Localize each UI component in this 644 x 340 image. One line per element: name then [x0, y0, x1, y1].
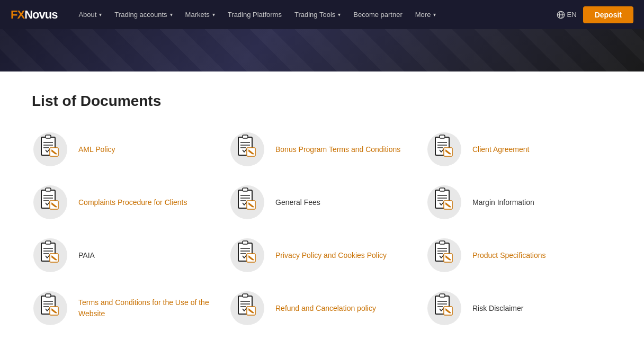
- doc-icon-general-fees: [229, 184, 266, 221]
- documents-grid: AML Policy Bonus Program Terms and Condi…: [32, 131, 612, 327]
- doc-label-complaints: Complaints Procedure for Clients: [78, 197, 187, 208]
- doc-icon-terms: [32, 290, 69, 327]
- doc-label-aml: AML Policy: [78, 144, 115, 155]
- logo[interactable]: FXNovus: [11, 8, 57, 22]
- svg-rect-77: [440, 241, 445, 244]
- doc-aml-policy[interactable]: AML Policy: [32, 131, 218, 168]
- doc-icon-refund: [229, 290, 266, 327]
- nav-links: About ▾ Trading accounts ▾ Markets ▾ Tra…: [73, 7, 556, 22]
- doc-icon-risk: [426, 290, 463, 327]
- doc-icon-complaints: [32, 184, 69, 221]
- doc-label-privacy: Privacy Policy and Cookies Policy: [275, 250, 387, 261]
- doc-icon-product-specs: [426, 237, 463, 274]
- svg-rect-50: [440, 188, 445, 191]
- doc-general-fees[interactable]: General Fees: [229, 184, 415, 221]
- doc-client-agreement[interactable]: Client Agreement: [426, 131, 612, 168]
- svg-rect-41: [243, 188, 248, 191]
- doc-label-general-fees: General Fees: [275, 197, 320, 208]
- doc-bonus-program[interactable]: Bonus Program Terms and Conditions: [229, 131, 415, 168]
- logo-novus-text: Novus: [24, 8, 57, 21]
- doc-label-client-agreement: Client Agreement: [472, 144, 529, 155]
- logo-fx-text: FX: [11, 8, 24, 21]
- more-arrow: ▾: [433, 12, 436, 17]
- svg-rect-59: [46, 241, 51, 244]
- doc-privacy-policy[interactable]: Privacy Policy and Cookies Policy: [229, 237, 415, 274]
- doc-icon-client-agreement: [426, 131, 463, 168]
- doc-label-terms: Terms and Conditions for the Use of the …: [78, 297, 218, 319]
- doc-icon-margin-info: [426, 184, 463, 221]
- doc-margin-info[interactable]: Margin Information: [426, 184, 612, 221]
- svg-rect-5: [46, 135, 51, 138]
- nav-become-partner[interactable]: Become partner: [348, 7, 408, 22]
- nav-trading-tools[interactable]: Trading Tools ▾: [289, 7, 346, 22]
- trading-tools-arrow: ▾: [338, 12, 341, 17]
- main-content: List of Documents AML Policy: [0, 71, 644, 340]
- doc-icon-privacy: [229, 237, 266, 274]
- nav-trading-accounts[interactable]: Trading accounts ▾: [109, 7, 177, 22]
- doc-icon-aml: [32, 131, 69, 168]
- markets-arrow: ▾: [212, 12, 215, 17]
- hero-banner: [0, 29, 644, 71]
- doc-paia[interactable]: PAIA: [32, 237, 218, 274]
- doc-label-refund: Refund and Cancelation policy: [275, 303, 376, 314]
- doc-refund[interactable]: Refund and Cancelation policy: [229, 290, 415, 327]
- doc-product-specs[interactable]: Product Specifications: [426, 237, 612, 274]
- trading-accounts-arrow: ▾: [170, 12, 173, 17]
- deposit-button[interactable]: Deposit: [583, 6, 633, 23]
- svg-rect-23: [440, 135, 445, 138]
- doc-risk-disclaimer[interactable]: Risk Disclaimer: [426, 290, 612, 327]
- doc-icon-paia: [32, 237, 69, 274]
- doc-complaints[interactable]: Complaints Procedure for Clients: [32, 184, 218, 221]
- section-title: List of Documents: [32, 93, 612, 110]
- doc-label-risk: Risk Disclaimer: [472, 303, 523, 314]
- navbar: FXNovus About ▾ Trading accounts ▾ Marke…: [0, 0, 644, 29]
- svg-rect-32: [46, 188, 51, 191]
- globe-icon: [557, 11, 565, 19]
- doc-label-margin-info: Margin Information: [472, 197, 534, 208]
- svg-rect-86: [46, 294, 51, 297]
- doc-label-bonus: Bonus Program Terms and Conditions: [275, 144, 400, 155]
- nav-trading-platforms[interactable]: Trading Platforms: [222, 7, 287, 22]
- doc-label-paia: PAIA: [78, 250, 95, 261]
- nav-markets[interactable]: Markets ▾: [180, 7, 220, 22]
- svg-rect-68: [243, 241, 248, 244]
- lang-label: EN: [567, 11, 577, 19]
- nav-about[interactable]: About ▾: [73, 7, 107, 22]
- doc-terms-conditions[interactable]: Terms and Conditions for the Use of the …: [32, 290, 218, 327]
- nav-more[interactable]: More ▾: [410, 7, 442, 22]
- doc-label-product-specs: Product Specifications: [472, 250, 546, 261]
- svg-rect-104: [440, 294, 445, 297]
- about-arrow: ▾: [99, 12, 102, 17]
- doc-icon-bonus: [229, 131, 266, 168]
- language-selector[interactable]: EN: [557, 11, 577, 19]
- svg-rect-95: [243, 294, 248, 297]
- svg-rect-14: [243, 135, 248, 138]
- nav-right: EN Deposit: [557, 6, 633, 23]
